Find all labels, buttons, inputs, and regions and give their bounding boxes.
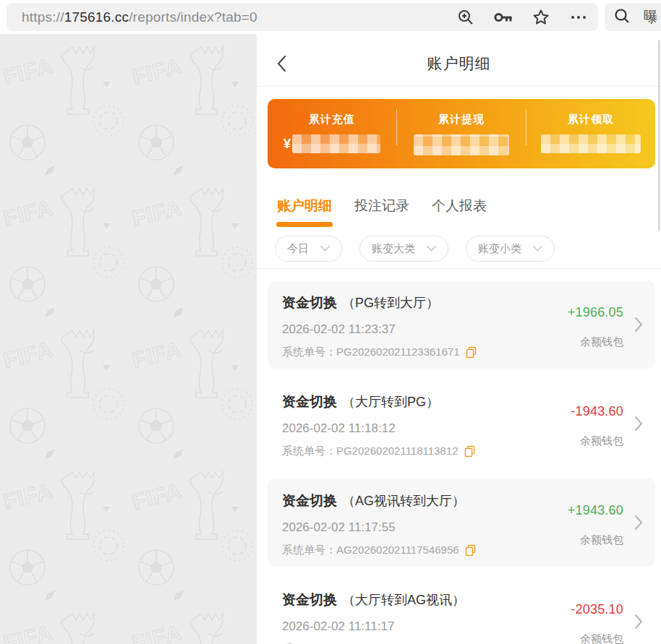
- app-header: 账户明细: [257, 34, 661, 87]
- txn-order-label: 系统单号：: [282, 543, 336, 557]
- txn-wallet: 余额钱包: [580, 434, 623, 448]
- txn-amount: -2035.10: [571, 601, 623, 618]
- txn-order-number: AG202602021117546956: [336, 543, 459, 557]
- txn-datetime: 2026-02-02 11:18:12: [282, 421, 537, 437]
- chevron-right-icon: [634, 614, 643, 632]
- txn-direction: （AG视讯转到大厅）: [342, 491, 465, 510]
- tab-bet-records[interactable]: 投注记录: [354, 197, 410, 227]
- url-text: https://175616.cc/reports/index?tab=0: [22, 9, 448, 25]
- txn-amount: +1943.60: [568, 502, 623, 519]
- transaction-row[interactable]: 资金切换 （PG转到大厅） 2026-02-02 11:23:37 系统单号： …: [268, 280, 655, 369]
- summary-card: 累计充值 ¥ 累计提现 累计领取: [268, 99, 655, 168]
- chevron-right-icon: [634, 317, 643, 335]
- copy-icon[interactable]: [466, 346, 477, 359]
- transaction-row[interactable]: 资金切换 （AG视讯转到大厅） 2026-02-02 11:17:55 系统单号…: [268, 478, 655, 567]
- txn-amount: +1966.05: [568, 304, 623, 321]
- ellipsis-menu-icon[interactable]: [569, 8, 588, 27]
- back-button[interactable]: [276, 53, 296, 74]
- yuan-symbol: ¥: [283, 136, 291, 152]
- txn-wallet: 余额钱包: [580, 335, 623, 349]
- txn-direction: （PG转到大厅）: [342, 293, 439, 312]
- txn-type: 资金切换: [282, 392, 337, 411]
- page-title: 账户明细: [427, 53, 491, 74]
- bookmark-star-icon[interactable]: [532, 8, 550, 27]
- txn-direction: （大厅转到AG视讯）: [342, 591, 465, 609]
- chevron-down-icon: [533, 246, 542, 252]
- fifa-watermark-background: FIFA: [0, 34, 257, 644]
- txn-datetime: 2026-02-02 11:17:55: [282, 520, 537, 536]
- copy-icon[interactable]: [465, 544, 476, 557]
- txn-wallet: 余额钱包: [580, 632, 623, 644]
- txn-datetime: 2026-02-02 11:11:17: [282, 619, 537, 635]
- search-icon[interactable]: [613, 7, 631, 27]
- browser-topbar: https://175616.cc/reports/index?tab=0: [0, 0, 661, 34]
- tab-account-details[interactable]: 账户明细: [276, 197, 333, 227]
- summary-deposit-label: 累计充值: [309, 113, 355, 126]
- masked-value: [414, 134, 509, 155]
- masked-value: [541, 134, 641, 153]
- tab-personal-report[interactable]: 个人报表: [431, 197, 487, 227]
- key-icon[interactable]: [494, 8, 513, 27]
- txn-order-label: 系统单号：: [282, 444, 336, 458]
- txn-datetime: 2026-02-02 11:23:37: [282, 322, 537, 338]
- copy-icon[interactable]: [464, 445, 475, 458]
- txn-type: 资金切换: [282, 293, 337, 312]
- filter-date-dropdown[interactable]: 今日: [275, 236, 342, 262]
- address-bar-icons: [456, 8, 588, 27]
- chevron-right-icon: [634, 515, 643, 533]
- txn-type: 资金切换: [282, 591, 337, 609]
- chevron-down-icon: [320, 246, 330, 252]
- tab-bar: 账户明细 投注记录 个人报表: [257, 197, 661, 227]
- summary-withdraw-label: 累计提现: [438, 113, 485, 126]
- list-divider: [257, 268, 661, 269]
- txn-type: 资金切换: [282, 491, 337, 510]
- masked-value: [292, 134, 380, 153]
- search-query-text: 曝: [644, 7, 658, 27]
- transaction-row[interactable]: 资金切换 （大厅转到PG） 2026-02-02 11:18:12 系统单号： …: [268, 379, 655, 468]
- browser-search-box[interactable]: 曝: [605, 3, 661, 31]
- transaction-list: 资金切换 （PG转到大厅） 2026-02-02 11:23:37 系统单号： …: [257, 280, 661, 644]
- chevron-right-icon: [634, 416, 643, 434]
- txn-order-number: PG202602021118113812: [336, 444, 459, 458]
- address-bar[interactable]: https://175616.cc/reports/index?tab=0: [7, 3, 598, 31]
- filter-bar: 今日 账变大类 账变小类: [257, 236, 661, 262]
- txn-order-label: 系统单号：: [282, 345, 336, 359]
- summary-claim: 累计领取: [526, 99, 655, 168]
- screen: https://175616.cc/reports/index?tab=0: [0, 0, 661, 644]
- txn-order-number: PG202602021123361671: [336, 345, 460, 359]
- filter-minor-category-dropdown[interactable]: 账变小类: [466, 236, 555, 262]
- txn-wallet: 余额钱包: [580, 533, 623, 547]
- app-panel: 账户明细 累计充值 ¥ 累计提现 累计领取: [257, 34, 661, 644]
- summary-claim-label: 累计领取: [568, 113, 614, 126]
- chevron-down-icon: [427, 246, 436, 252]
- active-tab-underline: [276, 222, 333, 227]
- scrollbar-thumb[interactable]: [658, 40, 660, 231]
- filter-major-category-dropdown[interactable]: 账变大类: [359, 236, 448, 262]
- summary-deposit: 累计充值 ¥: [268, 99, 396, 168]
- summary-withdraw: 累计提现: [397, 99, 526, 168]
- zoom-in-icon[interactable]: [456, 8, 475, 27]
- txn-amount: -1943.60: [571, 403, 623, 420]
- txn-direction: （大厅转到PG）: [342, 392, 439, 411]
- transaction-row[interactable]: 资金切换 （大厅转到AG视讯） 2026-02-02 11:11:17 系统单号…: [268, 578, 655, 644]
